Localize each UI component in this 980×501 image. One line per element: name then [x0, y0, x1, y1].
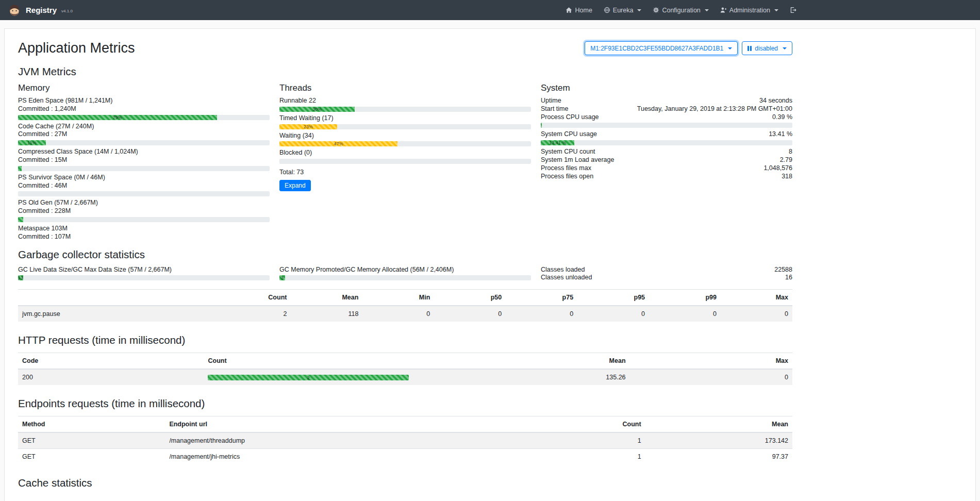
memory-metric-label: PS Eden Space (981M / 1,241M) — [18, 97, 270, 105]
endpoints-table-header-row: Method Endpoint url Count Mean — [18, 416, 792, 433]
gc-classes-label: Classes unloaded — [541, 274, 592, 282]
gc-classes-label: Classes loaded — [541, 266, 585, 274]
system-row: Process CPU usage 0.39 % — [541, 113, 792, 122]
thread-metric: Timed Waiting (17) 23% — [279, 114, 531, 129]
table-header-cell: p75 — [506, 290, 577, 306]
system-row-value: 8 — [789, 148, 792, 156]
gc-table-header-row: Count Mean Min p50 p75 p95 p99 Max — [18, 290, 792, 306]
table-header-cell: Method — [18, 416, 165, 433]
nav-item-signout[interactable] — [784, 4, 802, 16]
table-cell: 1 — [513, 432, 645, 449]
table-cell: 200 — [18, 369, 204, 385]
table-cell: 0 — [577, 306, 649, 322]
table-cell: 0 — [506, 306, 577, 322]
progress-track: 23% — [279, 124, 531, 129]
gc-live-data-label: GC Live Data Size/GC Max Data Size (57M … — [18, 266, 270, 274]
nav-item-home-label: Home — [575, 7, 592, 14]
table-header-cell: Max — [630, 353, 792, 370]
system-row-label: System CPU count — [541, 148, 595, 156]
nav-item-eureka[interactable]: Eureka — [598, 4, 647, 16]
table-header-cell — [18, 290, 220, 306]
thread-metric-label: Waiting (34) — [279, 132, 531, 140]
system-row: System 1m Load average 2.79 — [541, 156, 792, 164]
caret-down-icon — [774, 9, 778, 11]
navbar-inner: Registry v4.1.0 Home Eureka C — [0, 3, 802, 18]
gc-title: Garbage collector statistics — [18, 248, 792, 261]
progress-bar: 30% — [279, 107, 355, 112]
progress-bar — [541, 123, 542, 128]
endpoints-table: Method Endpoint url Count Mean GET /mana… — [18, 416, 792, 464]
instance-dropdown[interactable]: M1:2F93E1CBD2C3FE55BDD8627A3FADD1B1 — [585, 41, 738, 55]
progress-bar: 79% — [18, 115, 217, 120]
memory-metric-committed: Committed : 46M — [18, 182, 270, 190]
progress-bar: 47% — [279, 141, 397, 146]
instance-dropdown-label: M1:2F93E1CBD2C3FE55BDD8627A3FADD1B1 — [590, 45, 723, 52]
memory-metric-committed: Committed : 228M — [18, 207, 270, 215]
table-cell: 97.37 — [645, 449, 792, 465]
memory-metric-label: PS Survivor Space (0M / 46M) — [18, 174, 270, 182]
gc-classes-row: Classes loaded 22588 — [541, 266, 792, 274]
system-row-value: 318 — [782, 173, 792, 181]
memory-metric-committed: Committed : 15M — [18, 156, 270, 164]
progress-bar: 13.41 % — [541, 140, 574, 145]
progress-bar: 23% — [279, 124, 337, 129]
table-header-cell: p50 — [434, 290, 506, 306]
memory-metric-label: PS Old Gen (57M / 2,667M) — [18, 199, 270, 207]
memory-metric: PS Survivor Space (0M / 46M) Committed :… — [18, 174, 270, 197]
nav-item-configuration[interactable]: Configuration — [647, 4, 714, 16]
content: Application Metrics M1:2F93E1CBD2C3FE55B… — [18, 40, 792, 489]
progress-bar: 3 — [279, 275, 285, 280]
sign-out-icon — [790, 7, 796, 13]
expand-button[interactable]: Expand — [279, 180, 311, 191]
table-row: jvm.gc.pause 2 118 0 0 0 0 0 0 — [18, 306, 792, 322]
navbar-brand[interactable]: Registry v4.1.0 — [7, 3, 73, 18]
page-title: Application Metrics — [18, 40, 135, 56]
system-row-value: 1,048,576 — [763, 164, 792, 173]
http-table-header-row: Code Count Mean Max — [18, 353, 792, 370]
table-header-cell: Max — [721, 290, 792, 306]
gears-icon — [653, 7, 659, 13]
progress-track — [18, 166, 270, 171]
gc-classes-row: Classes unloaded 16 — [541, 274, 792, 282]
memory-metric-label: Compressed Class Space (14M / 1,024M) — [18, 148, 270, 156]
table-cell: GET — [18, 432, 165, 449]
system-row-value: 34 seconds — [759, 97, 792, 105]
table-header-cell: Min — [362, 290, 434, 306]
progress-bar: 2 — [208, 375, 409, 380]
system-row-value: 13.41 % — [769, 130, 792, 139]
table-cell: GET — [18, 449, 165, 465]
table-header-cell: Mean — [645, 416, 792, 433]
progress-bar — [18, 166, 22, 171]
nav-item-eureka-label: Eureka — [613, 7, 634, 14]
progress-track: 11% — [18, 140, 270, 145]
nav-item-home[interactable]: Home — [560, 4, 597, 16]
memory-metric-committed: Committed : 107M — [18, 233, 270, 241]
gc-classes-value: 16 — [785, 274, 792, 282]
gc-classes: Classes loaded 22588 Classes unloaded 16 — [541, 266, 792, 283]
gc-promoted-label: GC Memory Promoted/GC Memory Allocated (… — [279, 266, 531, 274]
table-header-cell: Code — [18, 353, 204, 370]
refresh-dropdown[interactable]: disabled — [742, 41, 792, 55]
caret-down-icon — [728, 47, 732, 49]
table-cell: jvm.gc.pause — [18, 306, 220, 322]
thread-metric-label: Blocked (0) — [279, 149, 531, 157]
nav-item-administration[interactable]: Administration — [715, 4, 784, 16]
table-cell: 2 — [204, 369, 413, 385]
title-row: Application Metrics M1:2F93E1CBD2C3FE55B… — [18, 40, 792, 56]
threads-section: Threads Runnable 22 30% Timed Waiting (1… — [279, 83, 531, 241]
memory-metric-label: Metaspace 103M — [18, 225, 270, 233]
http-requests-title: HTTP requests (time in millisecond) — [18, 334, 792, 346]
globe-icon — [604, 7, 610, 13]
system-row-label: Process files max — [541, 164, 591, 173]
thread-metric: Blocked (0) — [279, 149, 531, 164]
system-row-label: Start time — [541, 105, 569, 113]
system-title: System — [541, 83, 792, 93]
progress-bar: 13 — [18, 275, 23, 280]
progress-track: 3 — [279, 275, 531, 280]
thread-metric: Runnable 22 30% — [279, 97, 531, 112]
table-cell: 0 — [362, 306, 434, 322]
table-header-cell: Mean — [413, 353, 630, 370]
system-row: Process files open 318 — [541, 173, 792, 181]
cache-statistics-title: Cache statistics — [18, 477, 792, 489]
system-row-value: 0.39 % — [772, 113, 792, 122]
